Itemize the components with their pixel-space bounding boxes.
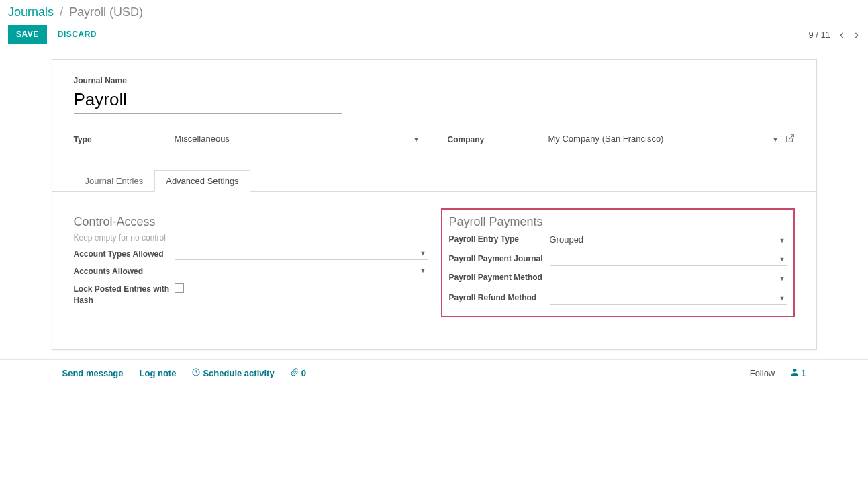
payroll-refund-method-label: Payroll Refund Method bbox=[449, 292, 550, 304]
payroll-payment-method-label: Payroll Payment Method bbox=[449, 271, 550, 283]
tab-journal-entries[interactable]: Journal Entries bbox=[74, 170, 155, 192]
payroll-payments-highlight: Payroll Payments Payroll Entry Type Grou… bbox=[441, 208, 795, 317]
company-label: Company bbox=[448, 135, 548, 144]
accounts-allowed-label: Accounts Allowed bbox=[74, 264, 175, 277]
accounts-allowed-select[interactable] bbox=[175, 264, 428, 277]
control-access-hint: Keep empty for no control bbox=[74, 233, 428, 243]
form-sheet: Journal Name Type ▼ Company ▼ bbox=[52, 59, 817, 350]
attachment-count: 0 bbox=[301, 368, 306, 378]
discard-button[interactable]: DISCARD bbox=[50, 25, 105, 44]
schedule-activity-label: Schedule activity bbox=[203, 368, 274, 378]
payroll-entry-type-select[interactable]: Grouped bbox=[550, 233, 787, 247]
external-link-icon[interactable] bbox=[785, 134, 795, 145]
pager-next-icon[interactable]: › bbox=[853, 28, 860, 42]
divider bbox=[0, 52, 868, 52]
control-access-title: Control-Access bbox=[74, 215, 428, 229]
pager-prev-icon[interactable]: ‹ bbox=[838, 28, 845, 42]
account-types-label: Account Types Allowed bbox=[74, 247, 175, 260]
breadcrumb: Journals / Payroll (USD) bbox=[8, 5, 860, 19]
log-note-button[interactable]: Log note bbox=[140, 368, 177, 378]
follow-button[interactable]: Follow bbox=[750, 368, 775, 378]
pager-text: 9 / 11 bbox=[808, 30, 830, 40]
breadcrumb-root[interactable]: Journals bbox=[8, 5, 54, 19]
journal-name-label: Journal Name bbox=[74, 76, 795, 85]
company-select[interactable] bbox=[548, 132, 780, 146]
user-icon bbox=[791, 368, 799, 378]
save-button[interactable]: SAVE bbox=[8, 25, 47, 44]
lock-posted-checkbox[interactable] bbox=[175, 283, 184, 293]
payroll-payments-title: Payroll Payments bbox=[449, 215, 787, 229]
svg-line-0 bbox=[789, 135, 793, 139]
payroll-payment-method-select[interactable] bbox=[550, 271, 787, 286]
type-label: Type bbox=[74, 135, 175, 144]
journal-name-input[interactable] bbox=[74, 87, 342, 114]
account-types-select[interactable] bbox=[175, 247, 428, 260]
payroll-refund-method-select[interactable] bbox=[550, 292, 787, 305]
followers-button[interactable]: 1 bbox=[791, 368, 806, 378]
tabs: Journal Entries Advanced Settings bbox=[52, 169, 816, 192]
lock-posted-label: Lock Posted Entries with Hash bbox=[74, 281, 175, 306]
schedule-activity-button[interactable]: Schedule activity bbox=[192, 368, 274, 378]
type-select[interactable] bbox=[175, 132, 421, 146]
payroll-entry-type-label: Payroll Entry Type bbox=[449, 233, 550, 245]
paperclip-icon bbox=[291, 368, 299, 378]
tab-advanced-settings[interactable]: Advanced Settings bbox=[154, 170, 250, 192]
breadcrumb-sep: / bbox=[60, 5, 63, 19]
breadcrumb-current: Payroll (USD) bbox=[69, 5, 143, 19]
payroll-payment-journal-label: Payroll Payment Journal bbox=[449, 253, 550, 265]
followers-count: 1 bbox=[801, 368, 806, 378]
payroll-payment-journal-select[interactable] bbox=[550, 253, 787, 266]
chatter-bar: Send message Log note Schedule activity … bbox=[0, 359, 868, 386]
send-message-button[interactable]: Send message bbox=[62, 368, 124, 378]
attachment-button[interactable]: 0 bbox=[291, 368, 306, 378]
clock-icon bbox=[192, 368, 200, 378]
